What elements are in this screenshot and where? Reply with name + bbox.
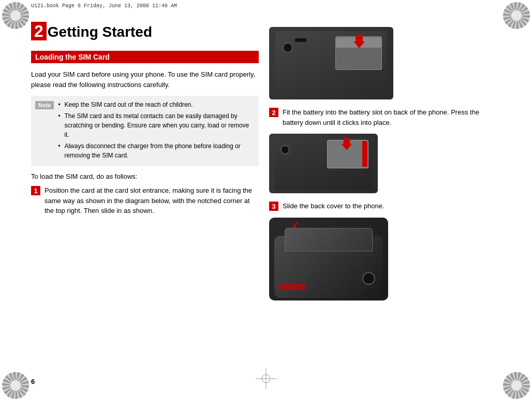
step-2: 2 Fit the battery into the battery slot … — [269, 107, 501, 127]
step-3: 3 Slide the back cover to the phone. — [269, 201, 501, 211]
note-list: Keep the SIM card out of the reach of ch… — [58, 100, 255, 160]
right-column: 2 Fit the battery into the battery slot … — [269, 22, 501, 370]
phone-image-1-container — [269, 27, 501, 99]
section-heading: Loading the SIM Card — [31, 51, 259, 63]
step-number-2: 2 — [269, 108, 278, 117]
to-load-text: To load the SIM card, do as follows: — [31, 173, 259, 180]
main-content: 2 Getting Started Loading the SIM Card L… — [31, 11, 501, 370]
step-text-1: Position the card at the card slot entra… — [45, 185, 259, 216]
top-bar: U121.book Page 6 Friday, June 13, 2008 1… — [0, 0, 532, 11]
page-number: 6 — [31, 378, 35, 385]
red-arrow-icon-2 — [342, 138, 352, 152]
gear-inner-bl — [9, 379, 22, 392]
step-1: 1 Position the card at the card slot ent… — [31, 185, 259, 216]
note-box: Note Keep the SIM card out of the reach … — [31, 96, 259, 166]
phone-image-2-container — [269, 134, 501, 193]
gear-inner-br — [510, 379, 523, 392]
svg-marker-0 — [353, 35, 365, 48]
step-text-2: Fit the battery into the battery slot on… — [283, 107, 501, 127]
note-item-3: Always disconnect the charger from the p… — [58, 141, 255, 160]
chapter-heading: 2 Getting Started — [31, 22, 259, 40]
chapter-number: 2 — [31, 22, 47, 40]
red-arrow-icon-1 — [353, 35, 365, 48]
camera-lens-2 — [280, 145, 290, 154]
phone-image-1 — [269, 27, 393, 99]
arrow-svg-1 — [353, 35, 365, 48]
bottom-crosshair-svg — [256, 368, 276, 389]
svg-marker-1 — [342, 138, 352, 150]
gear-icon-bl — [2, 372, 29, 399]
phone-image-3 — [269, 218, 388, 300]
gear-icon-br — [503, 372, 530, 399]
left-column: 2 Getting Started Loading the SIM Card L… — [31, 22, 259, 370]
battery-red-strip — [362, 141, 367, 167]
note-content: Keep the SIM card out of the reach of ch… — [58, 100, 255, 162]
corner-decoration-bl — [0, 370, 31, 401]
corner-decoration-br — [501, 370, 532, 401]
speaker-grille — [295, 38, 306, 42]
step-text-3: Slide the back cover to the phone. — [283, 201, 385, 211]
phone-image-3-container — [269, 218, 501, 300]
top-bar-text: U121.book Page 6 Friday, June 13, 2008 1… — [31, 3, 177, 9]
intro-text: Load your SIM card before using your pho… — [31, 69, 259, 90]
note-label: Note — [35, 101, 54, 109]
bottom-crosshair — [256, 368, 276, 391]
arrow-svg-2 — [342, 138, 352, 150]
phone-image-2 — [269, 134, 378, 193]
note-item-2: The SIM card and its metal contacts can … — [58, 111, 255, 139]
camera-lens — [283, 42, 293, 53]
note-item-1: Keep the SIM card out of the reach of ch… — [58, 100, 255, 109]
step-number-1: 1 — [31, 186, 40, 195]
back-cover — [285, 228, 373, 251]
step-number-3: 3 — [269, 202, 278, 211]
camera-lens-3 — [362, 272, 375, 285]
chapter-title: Getting Started — [48, 24, 152, 40]
brand-logo — [279, 284, 305, 290]
